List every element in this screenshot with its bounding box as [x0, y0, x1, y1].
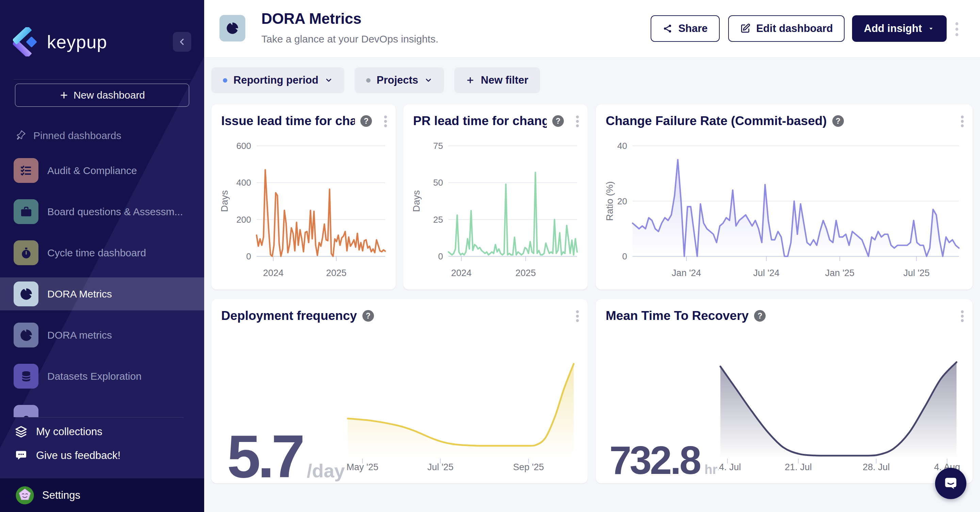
share-label: Share — [678, 22, 708, 35]
svg-text:2025: 2025 — [326, 268, 347, 278]
kebab-menu-icon[interactable] — [960, 310, 964, 323]
checklist-icon — [14, 158, 38, 183]
help-icon[interactable]: ? — [832, 115, 844, 127]
kebab-menu-icon[interactable] — [960, 115, 964, 129]
sidebar-item-feedback[interactable]: Give us feedback! — [0, 446, 204, 465]
card-issue-lead-time: Issue lead time for cha... ? 0200400600D… — [211, 105, 396, 290]
svg-text:2024: 2024 — [263, 268, 283, 278]
sidebar-item-board-questions[interactable]: Board questions & Assessm... — [0, 195, 204, 228]
change-failure-rate-chart[interactable]: 02040Ratio (%)Jan '24Jul '24Jan '25Jul '… — [603, 136, 964, 280]
svg-text:50: 50 — [433, 178, 443, 188]
svg-text:21. Jul: 21. Jul — [785, 462, 812, 472]
kebab-menu-icon[interactable] — [576, 115, 579, 129]
chevron-down-icon — [325, 76, 333, 84]
stopwatch-icon — [14, 240, 38, 265]
svg-text:Ratio (%): Ratio (%) — [605, 181, 615, 221]
sidebar-item-audit-compliance[interactable]: Audit & Compliance — [0, 154, 204, 187]
plus-icon — [466, 76, 475, 85]
chat-bubble-icon — [15, 449, 27, 462]
sidebar-item-label: Board questions & Assessm... — [47, 206, 183, 217]
mean-time-to-recovery-chart[interactable]: 14. Jul21. Jul28. Jul4. Aug — [718, 353, 966, 474]
my-collections-label: My collections — [36, 426, 102, 438]
plus-icon — [59, 90, 69, 100]
kebab-menu-icon[interactable] — [383, 115, 388, 129]
new-filter-button[interactable]: New filter — [454, 67, 540, 93]
edit-dashboard-button[interactable]: Edit dashboard — [728, 15, 845, 42]
kebab-menu-icon[interactable] — [576, 310, 579, 323]
svg-text:Jan '24: Jan '24 — [672, 268, 701, 278]
sidebar-item-label: DORA Metrics — [47, 288, 112, 300]
svg-text:400: 400 — [237, 178, 251, 188]
issue-lead-time-chart[interactable]: 0200400600Days20242025 — [218, 136, 389, 280]
share-button[interactable]: Share — [651, 15, 720, 42]
briefcase-icon — [14, 199, 38, 224]
projects-label: Projects — [377, 74, 418, 86]
edit-icon — [740, 23, 751, 34]
help-icon[interactable]: ? — [360, 115, 372, 127]
svg-text:25: 25 — [433, 214, 443, 225]
pinned-dashboards-list: Audit & Compliance Board questions & Ass… — [0, 154, 204, 417]
svg-text:20: 20 — [617, 196, 627, 206]
svg-text:Jul '25: Jul '25 — [427, 462, 453, 472]
header-kebab-menu-icon[interactable] — [955, 20, 962, 39]
reporting-period-filter[interactable]: Reporting period — [211, 67, 344, 93]
pie-chart-icon — [14, 323, 38, 347]
deployment-frequency-value: 5.7 /day — [227, 426, 345, 483]
svg-text:0: 0 — [622, 251, 627, 262]
svg-text:Days: Days — [411, 190, 422, 212]
chat-launcher-button[interactable] — [935, 468, 966, 499]
card-title: Issue lead time for cha... — [221, 114, 355, 128]
sidebar-collapse-button[interactable] — [173, 32, 191, 52]
main-content: DORA Metrics Take a glance at your DevOp… — [204, 0, 980, 512]
add-insight-button[interactable]: Add insight — [852, 15, 947, 42]
sidebar-item-label: DORA metrics — [47, 330, 112, 341]
sidebar-item-clipped[interactable] — [0, 401, 204, 417]
sidebar-item-datasets-exploration[interactable]: Datasets Exploration — [0, 360, 204, 393]
new-dashboard-button[interactable]: New dashboard — [15, 84, 189, 107]
svg-text:2024: 2024 — [451, 268, 472, 278]
sidebar: keypup New dashboard Pinned dashboards — [0, 0, 204, 512]
pr-lead-time-chart[interactable]: 0255075Days20242025 — [409, 136, 581, 280]
svg-text:0: 0 — [247, 251, 251, 262]
big-number-unit: hr — [705, 462, 717, 477]
chat-bubble-icon — [943, 476, 958, 491]
reporting-period-label: Reporting period — [234, 74, 318, 86]
card-title: PR lead time for changes — [413, 114, 547, 128]
help-icon[interactable]: ? — [754, 310, 765, 322]
help-icon[interactable]: ? — [363, 310, 374, 322]
dashboard-icon — [14, 405, 38, 417]
page-subtitle: Take a glance at your DevOps insights. — [261, 33, 438, 45]
projects-filter[interactable]: Projects — [355, 67, 444, 93]
layers-icon — [15, 426, 27, 438]
svg-text:2025: 2025 — [515, 268, 536, 278]
edit-dashboard-label: Edit dashboard — [756, 22, 833, 35]
avatar — [15, 485, 35, 505]
sidebar-item-cycle-time[interactable]: Cycle time dashboard — [0, 236, 204, 269]
deployment-frequency-chart[interactable]: May '25Jul '25Sep '25 — [346, 353, 581, 474]
svg-text:600: 600 — [237, 141, 251, 151]
svg-text:0: 0 — [438, 251, 443, 262]
sidebar-item-dora-metrics[interactable]: DORA Metrics — [0, 277, 204, 311]
pinned-dashboards-label: Pinned dashboards — [33, 130, 121, 141]
svg-text:40: 40 — [617, 141, 627, 151]
dashboard-icon-tile — [220, 15, 245, 41]
caret-down-icon — [927, 25, 935, 32]
app-logo[interactable]: keypup — [13, 27, 107, 56]
brand-name: keypup — [47, 32, 107, 52]
filter-inactive-dot — [366, 78, 371, 82]
svg-text:Days: Days — [219, 190, 230, 212]
help-icon[interactable]: ? — [552, 115, 564, 127]
pin-icon — [15, 130, 26, 141]
svg-text:Jan '25: Jan '25 — [825, 268, 854, 278]
sidebar-item-settings[interactable]: Settings — [0, 478, 204, 512]
sidebar-item-dora-metrics-2[interactable]: DORA metrics — [0, 319, 204, 352]
card-title: Deployment frequency — [221, 309, 357, 323]
card-mean-time-to-recovery: Mean Time To Recovery ? 732.8 hr 14. Jul… — [596, 299, 972, 483]
svg-text:Jul '24: Jul '24 — [753, 268, 780, 278]
big-number: 732.8 — [609, 441, 700, 480]
sidebar-item-label: Cycle time dashboard — [47, 247, 146, 259]
svg-text:200: 200 — [237, 214, 251, 225]
keypup-logo-icon — [13, 27, 42, 56]
sidebar-item-my-collections[interactable]: My collections — [0, 423, 204, 441]
sidebar-divider — [14, 79, 191, 79]
